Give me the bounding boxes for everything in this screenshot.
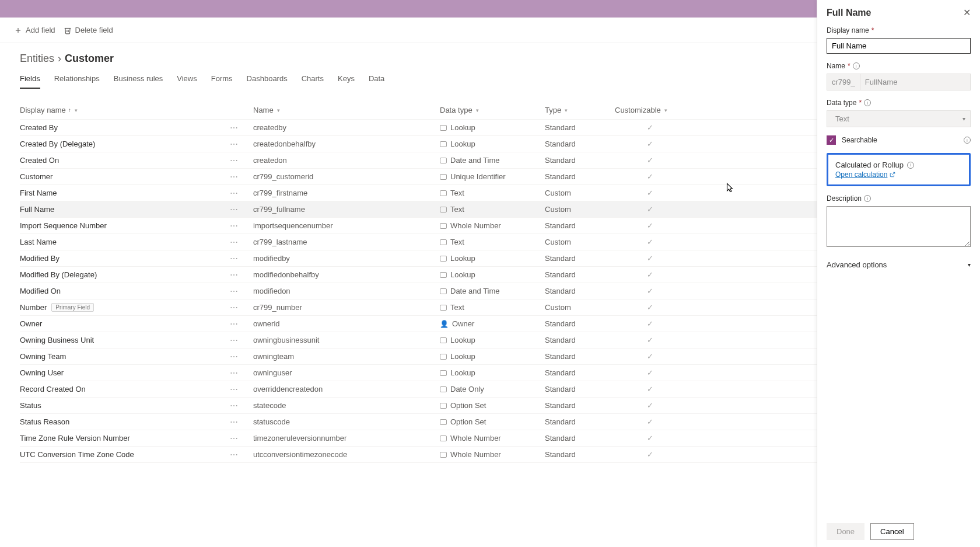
display-name-input[interactable] [827,38,971,54]
row-more-icon[interactable]: ⋯ [230,319,253,329]
add-field-button[interactable]: Add field [14,26,55,34]
cell-display-name: Last Name [20,238,230,246]
row-more-icon[interactable]: ⋯ [230,450,253,459]
close-icon[interactable]: ✕ [963,7,971,18]
col-customizable[interactable]: Customizable ▾ [615,106,685,114]
tab-views[interactable]: Views [177,71,197,89]
primary-field-badge: Primary Field [51,303,94,312]
cell-display-name: Time Zone Rule Version Number [20,434,230,443]
cell-display-name: Record Created On [20,385,230,393]
row-more-icon[interactable]: ⋯ [230,156,253,165]
col-display-name[interactable]: Display name ↑ ▾ [20,106,253,114]
cell-datatype: Lookup [440,352,545,361]
panel-title: Full Name [827,8,871,18]
cell-customizable: ✓ [615,205,685,214]
cell-customizable: ✓ [615,254,685,263]
tab-business-rules[interactable]: Business rules [114,71,163,89]
col-datatype[interactable]: Data type ▾ [440,106,545,114]
datatype-icon [440,256,447,262]
datatype-select-disabled: Text ▾ [827,110,971,127]
info-icon[interactable]: i [907,162,914,169]
row-more-icon[interactable]: ⋯ [230,434,253,443]
tab-relationships[interactable]: Relationships [54,71,100,89]
row-more-icon[interactable]: ⋯ [230,417,253,427]
display-name-label: Display name* [827,26,971,34]
tab-data[interactable]: Data [369,71,384,89]
cell-name: cr799_customerid [253,172,440,181]
chevron-down-icon: ▾ [963,116,965,122]
cell-display-name: Import Sequence Number [20,221,230,230]
row-more-icon[interactable]: ⋯ [230,270,253,280]
cell-name: statuscode [253,417,440,426]
col-type[interactable]: Type ▾ [545,106,615,114]
datatype-icon [440,305,447,311]
info-icon[interactable]: i [864,99,871,106]
tab-dashboards[interactable]: Dashboards [247,71,288,89]
datatype-icon [440,190,447,196]
searchable-label: Searchable [842,136,877,144]
row-more-icon[interactable]: ⋯ [230,254,253,263]
cell-datatype: Date and Time [440,156,545,165]
advanced-options-toggle[interactable]: Advanced options ▾ [827,257,971,273]
info-icon[interactable]: i [853,62,860,69]
row-more-icon[interactable]: ⋯ [230,123,253,133]
cell-customizable: ✓ [615,189,685,197]
row-more-icon[interactable]: ⋯ [230,221,253,231]
breadcrumb-root[interactable]: Entities [20,53,54,65]
cell-display-name: Owning Team [20,352,230,361]
cell-display-name: Full Name [20,205,230,214]
row-more-icon[interactable]: ⋯ [230,303,253,312]
row-more-icon[interactable]: ⋯ [230,172,253,182]
cell-name: modifiedonbehalfby [253,270,440,279]
chevron-down-icon: ▾ [476,107,479,113]
cell-name: owningbusinessunit [253,336,440,344]
tab-charts[interactable]: Charts [302,71,324,89]
cell-customizable: ✓ [615,221,685,230]
col-name[interactable]: Name ▾ [253,106,440,114]
owner-icon: 👤 [440,320,449,328]
row-more-icon[interactable]: ⋯ [230,189,253,198]
row-more-icon[interactable]: ⋯ [230,385,253,394]
row-more-icon[interactable]: ⋯ [230,352,253,361]
cell-type: Standard [545,270,615,279]
info-icon[interactable]: i [964,137,971,144]
row-more-icon[interactable]: ⋯ [230,368,253,378]
cell-datatype: Lookup [440,270,545,279]
datatype-label: Data type* i [827,99,971,107]
cell-type: Standard [545,352,615,361]
cell-display-name: Modified By [20,254,230,263]
cell-name: cr799_number [253,303,440,312]
cell-name: cr799_fullname [253,205,440,214]
cell-type: Standard [545,401,615,410]
datatype-icon [440,141,447,147]
cell-datatype: Whole Number [440,434,545,443]
delete-field-button[interactable]: Delete field [64,26,113,34]
cancel-button[interactable]: Cancel [870,523,914,540]
row-more-icon[interactable]: ⋯ [230,401,253,410]
searchable-checkbox[interactable]: ✓ [827,135,836,145]
open-calculation-link[interactable]: Open calculation [835,170,895,179]
description-textarea[interactable] [827,206,971,247]
cell-customizable: ✓ [615,238,685,246]
cell-customizable: ✓ [615,450,685,459]
description-label: Description i [827,194,971,203]
cell-type: Standard [545,434,615,443]
cell-display-name: Owning Business Unit [20,336,230,344]
cell-datatype: Text [440,189,545,197]
done-button[interactable]: Done [827,523,864,540]
row-more-icon[interactable]: ⋯ [230,205,253,214]
cell-name: modifiedon [253,287,440,295]
row-more-icon[interactable]: ⋯ [230,140,253,149]
row-more-icon[interactable]: ⋯ [230,336,253,345]
cell-datatype: Text [440,205,545,214]
sort-ascending-icon: ↑ [68,107,71,113]
cell-customizable: ✓ [615,270,685,279]
cell-name: timezoneruleversionnumber [253,434,440,443]
cell-customizable: ✓ [615,319,685,328]
info-icon[interactable]: i [864,195,871,202]
row-more-icon[interactable]: ⋯ [230,238,253,247]
tab-keys[interactable]: Keys [338,71,355,89]
tab-fields[interactable]: Fields [20,71,40,89]
row-more-icon[interactable]: ⋯ [230,287,253,296]
tab-forms[interactable]: Forms [211,71,233,89]
